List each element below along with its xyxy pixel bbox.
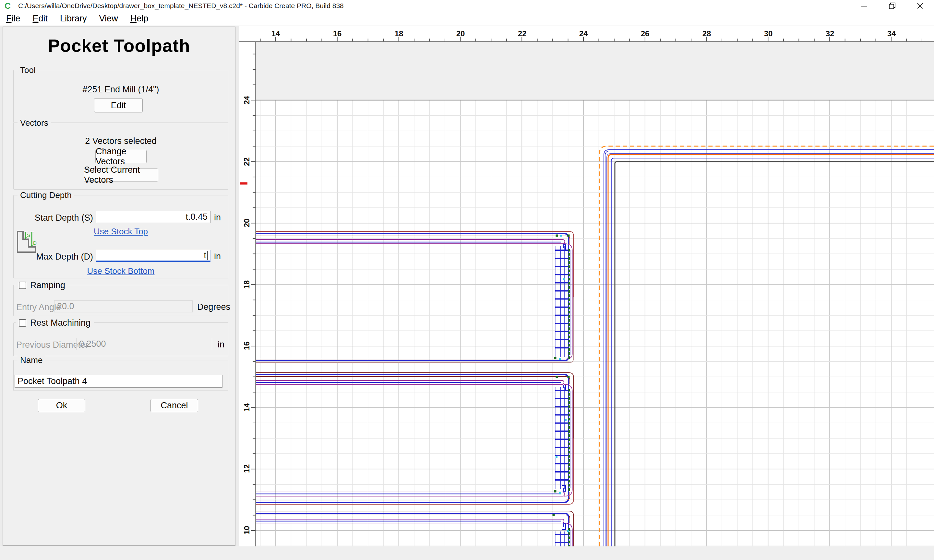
- panel-title: Pocket Toolpath: [3, 35, 235, 56]
- minimize-icon: [860, 2, 868, 10]
- app-icon: C: [5, 2, 13, 10]
- toolpath-name-input[interactable]: Pocket Toolpath 4: [15, 375, 222, 388]
- svg-text:16: 16: [333, 29, 342, 38]
- tool-name: #251 End Mill (1/4"): [14, 85, 228, 95]
- window-controls: [850, 0, 934, 12]
- max-depth-input[interactable]: t: [96, 250, 211, 262]
- max-depth-unit: in: [214, 251, 221, 262]
- svg-text:22: 22: [518, 29, 527, 38]
- ok-button[interactable]: Ok: [38, 399, 85, 412]
- cancel-button[interactable]: Cancel: [151, 399, 198, 412]
- entry-angle-input: 20.0: [54, 300, 193, 312]
- rest-machining-checkbox[interactable]: [19, 319, 26, 327]
- menu-item-view[interactable]: View: [93, 14, 124, 24]
- menu-item-edit[interactable]: Edit: [26, 14, 54, 24]
- max-depth-value: t: [203, 251, 206, 260]
- vectors-group: Vectors 2 Vectors selected Change Vector…: [13, 123, 228, 189]
- change-vectors-button[interactable]: Change Vectors: [96, 150, 146, 163]
- svg-text:10: 10: [242, 526, 251, 535]
- menu-bar: FileEditLibraryViewHelp: [0, 12, 934, 26]
- svg-text:16: 16: [242, 342, 251, 350]
- cutting-depth-group: Cutting Depth Start Depth (S) t.0.45 in …: [13, 195, 228, 278]
- vectors-group-label: Vectors: [17, 118, 51, 128]
- svg-text:D: D: [33, 240, 37, 246]
- minimize-button[interactable]: [850, 0, 878, 12]
- menu-item-help[interactable]: Help: [124, 14, 155, 24]
- svg-text:18: 18: [395, 29, 404, 38]
- use-stock-bottom-link[interactable]: Use Stock Bottom: [14, 266, 228, 276]
- svg-text:34: 34: [887, 29, 896, 38]
- svg-text:26: 26: [641, 29, 650, 38]
- svg-text:24: 24: [579, 29, 588, 38]
- name-group-label: Name: [17, 355, 45, 365]
- entry-angle-unit: Degrees: [197, 302, 230, 312]
- svg-text:20: 20: [242, 219, 251, 228]
- svg-text:18: 18: [242, 280, 251, 289]
- svg-text:22: 22: [242, 157, 251, 166]
- start-depth-unit: in: [214, 212, 221, 223]
- svg-text:12: 12: [242, 465, 251, 473]
- close-button[interactable]: [906, 0, 934, 12]
- window-title: C:/Users/willa/OneDrive/Desktop/drawer_b…: [18, 0, 344, 12]
- restore-button[interactable]: [878, 0, 906, 12]
- svg-text:32: 32: [826, 29, 834, 38]
- svg-text:24: 24: [242, 95, 251, 105]
- ramping-label: Ramping: [30, 280, 65, 290]
- select-current-vectors-button[interactable]: Select Current Vectors: [84, 169, 158, 182]
- rest-machining-group: Rest Machining Previous Diameter 0.2500 …: [13, 323, 228, 356]
- menu-item-library[interactable]: Library: [54, 14, 93, 24]
- start-depth-input[interactable]: t.0.45: [96, 211, 211, 223]
- svg-text:30: 30: [764, 29, 773, 38]
- design-canvas[interactable]: 14161820222426283032342422201816141210: [239, 26, 934, 546]
- ramping-group: Ramping Entry Angle 20.0 Degrees: [13, 285, 228, 316]
- previous-diameter-input: 0.2500: [76, 338, 212, 350]
- use-stock-top-link[interactable]: Use Stock Top: [14, 226, 228, 237]
- rest-machining-label: Rest Machining: [30, 318, 91, 328]
- title-bar: C C:/Users/willa/OneDrive/Desktop/drawer…: [0, 0, 934, 12]
- previous-diameter-unit: in: [217, 340, 224, 350]
- svg-text:14: 14: [242, 403, 251, 412]
- menu-item-file[interactable]: File: [0, 14, 26, 24]
- svg-text:14: 14: [271, 29, 280, 38]
- vectors-status: 2 Vectors selected: [14, 136, 228, 146]
- svg-text:20: 20: [456, 29, 465, 38]
- status-bar: [0, 546, 934, 560]
- svg-text:28: 28: [703, 29, 711, 38]
- max-depth-label: Max Depth (D): [14, 252, 93, 262]
- close-icon: [916, 2, 924, 10]
- svg-text:S: S: [27, 232, 30, 238]
- tool-group-label: Tool: [17, 65, 38, 75]
- pocket-toolpath-panel: Pocket Toolpath Tool #251 End Mill (1/4"…: [3, 26, 236, 546]
- ramping-checkbox[interactable]: [19, 282, 26, 289]
- start-depth-label: Start Depth (S): [14, 213, 93, 223]
- tool-group: Tool #251 End Mill (1/4") Edit: [13, 70, 228, 123]
- restore-icon: [888, 2, 896, 10]
- cutting-depth-group-label: Cutting Depth: [17, 190, 74, 200]
- name-group: Name Pocket Toolpath 4: [13, 360, 228, 391]
- text-caret: [207, 251, 208, 260]
- edit-tool-button[interactable]: Edit: [94, 98, 143, 112]
- main-area: Pocket Toolpath Tool #251 End Mill (1/4"…: [0, 26, 934, 546]
